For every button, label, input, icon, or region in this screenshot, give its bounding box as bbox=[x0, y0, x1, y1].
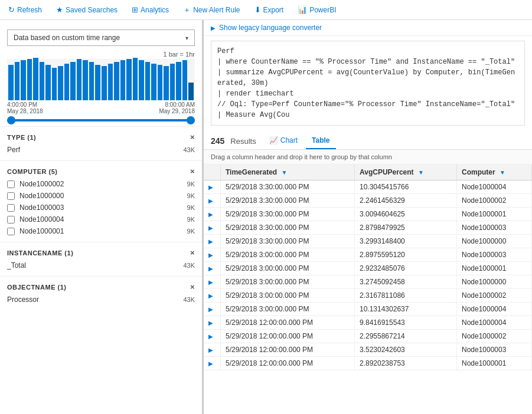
filter-computer-item-count-2: 9K bbox=[187, 204, 195, 211]
row-expander-1[interactable]: ▶ bbox=[204, 194, 221, 208]
refresh-button[interactable]: ↻ Refresh bbox=[6, 4, 44, 15]
expand-arrow-5[interactable]: ▶ bbox=[208, 252, 213, 258]
chart-date-start: 4:00:00 PM May 28, 2018 bbox=[7, 101, 43, 114]
col-avgcpupercent-filter-icon[interactable]: ▼ bbox=[418, 169, 424, 176]
data-table-container[interactable]: TimeGenerated ▼ AvgCPUPercent ▼ Computer… bbox=[204, 165, 532, 414]
filter-computer-checkbox-0[interactable] bbox=[7, 180, 15, 188]
cell-time-4: 5/29/2018 3:30:00.000 PM bbox=[221, 235, 355, 248]
expand-arrow-4[interactable]: ▶ bbox=[208, 238, 213, 245]
tab-chart[interactable]: 📈 Chart bbox=[263, 133, 303, 149]
cell-time-8: 5/29/2018 3:00:00.000 PM bbox=[221, 289, 355, 303]
chart-tab-icon: 📈 bbox=[269, 136, 278, 144]
row-expander-8[interactable]: ▶ bbox=[204, 289, 221, 303]
expand-arrow-9[interactable]: ▶ bbox=[208, 306, 213, 313]
filter-computer-item-count-0: 9K bbox=[187, 180, 195, 188]
filter-objectname-close-icon[interactable]: × bbox=[190, 282, 195, 291]
row-expander-5[interactable]: ▶ bbox=[204, 248, 221, 262]
row-expander-2[interactable]: ▶ bbox=[204, 208, 221, 221]
export-button[interactable]: ⬇ Export bbox=[252, 4, 286, 15]
filter-computer-checkbox-4[interactable] bbox=[7, 228, 15, 235]
table-row[interactable]: ▶ 5/29/2018 3:00:00.000 PM 10.1314302637… bbox=[204, 303, 532, 316]
saved-searches-button[interactable]: ★ Saved Searches bbox=[54, 4, 120, 15]
table-row[interactable]: ▶ 5/29/2018 3:00:00.000 PM 2.9232485076 … bbox=[204, 262, 532, 275]
expand-arrow-3[interactable]: ▶ bbox=[208, 225, 213, 231]
chart-bar-9 bbox=[64, 64, 70, 100]
expand-arrow-10[interactable]: ▶ bbox=[208, 320, 213, 326]
col-computer-filter-icon[interactable]: ▼ bbox=[500, 169, 505, 176]
query-box[interactable]: Perf | where CounterName == "% Processor… bbox=[211, 41, 525, 126]
expand-arrow-1[interactable]: ▶ bbox=[208, 198, 213, 204]
results-count: 245 bbox=[211, 136, 224, 146]
tab-table[interactable]: Table bbox=[306, 133, 335, 149]
chart-bar-8 bbox=[58, 66, 63, 100]
col-timegenerated-filter-icon[interactable]: ▼ bbox=[282, 169, 288, 176]
table-row[interactable]: ▶ 5/29/2018 3:30:00.000 PM 2.8798479925 … bbox=[204, 221, 532, 235]
filter-type-close-icon[interactable]: × bbox=[190, 133, 195, 142]
slider-thumb-right[interactable] bbox=[187, 116, 195, 124]
col-header-timegenerated[interactable]: TimeGenerated ▼ bbox=[221, 165, 355, 180]
expand-arrow-12[interactable]: ▶ bbox=[208, 347, 213, 353]
new-alert-button[interactable]: ＋ New Alert Rule bbox=[181, 4, 242, 17]
saved-searches-label: Saved Searches bbox=[66, 6, 118, 14]
filter-instancename-header: INSTANCENAME (1) × bbox=[0, 246, 202, 259]
filter-computer-checkbox-2[interactable] bbox=[7, 204, 15, 212]
filter-type-item-perf-label-container: Perf bbox=[7, 146, 20, 154]
expand-arrow-8[interactable]: ▶ bbox=[208, 293, 213, 299]
left-panel: Data based on custom time range ▾ 1 bar … bbox=[0, 20, 204, 414]
col-header-avgcpupercent[interactable]: AvgCPUPercent ▼ bbox=[354, 165, 456, 180]
table-row[interactable]: ▶ 5/29/2018 12:00:00.000 PM 3.5230242603… bbox=[204, 343, 532, 357]
table-row[interactable]: ▶ 5/29/2018 3:00:00.000 PM 2.3167811086 … bbox=[204, 289, 532, 303]
row-expander-6[interactable]: ▶ bbox=[204, 262, 221, 275]
table-row[interactable]: ▶ 5/29/2018 12:00:00.000 PM 9.8416915543… bbox=[204, 316, 532, 330]
powerbi-icon: 📊 bbox=[298, 5, 307, 14]
cell-computer-1: Node1000002 bbox=[456, 194, 531, 208]
chart-bar-22 bbox=[145, 62, 151, 100]
table-row[interactable]: ▶ 5/29/2018 3:00:00.000 PM 2.8975595120 … bbox=[204, 248, 532, 262]
cell-time-0: 5/29/2018 3:30:00.000 PM bbox=[221, 180, 355, 194]
cell-computer-2: Node1000001 bbox=[456, 208, 531, 221]
chart-bar-28 bbox=[182, 60, 188, 100]
row-expander-12[interactable]: ▶ bbox=[204, 343, 221, 357]
expand-arrow-0[interactable]: ▶ bbox=[208, 184, 213, 190]
expand-arrow-7[interactable]: ▶ bbox=[208, 279, 213, 285]
cell-avg-13: 2.8920238753 bbox=[354, 357, 456, 370]
analytics-button[interactable]: ⊞ Analytics bbox=[129, 4, 171, 15]
row-expander-11[interactable]: ▶ bbox=[204, 330, 221, 343]
filter-objectname-count: 43K bbox=[183, 296, 195, 303]
cell-avg-12: 3.5230242603 bbox=[354, 343, 456, 357]
powerbi-button[interactable]: 📊 PowerBI bbox=[295, 4, 338, 15]
expand-arrow-13[interactable]: ▶ bbox=[208, 360, 213, 367]
time-range-selector[interactable]: Data based on custom time range ▾ bbox=[7, 29, 195, 46]
filter-type-section: TYPE (1) × Perf 43K bbox=[0, 126, 202, 156]
filter-type-item-perf-count: 43K bbox=[183, 146, 195, 153]
expand-arrow-6[interactable]: ▶ bbox=[208, 265, 213, 272]
filter-instancename-close-icon[interactable]: × bbox=[190, 248, 195, 257]
chart-bar-10 bbox=[70, 62, 76, 100]
expand-arrow-11[interactable]: ▶ bbox=[208, 333, 213, 340]
filter-computer-checkbox-1[interactable] bbox=[7, 192, 15, 200]
legacy-converter-toggle[interactable]: ▶ Show legacy language converter bbox=[204, 20, 532, 36]
cell-avg-8: 2.3167811086 bbox=[354, 289, 456, 303]
table-row[interactable]: ▶ 5/29/2018 3:30:00.000 PM 10.3045415766… bbox=[204, 180, 532, 194]
filter-computer-close-icon[interactable]: × bbox=[190, 167, 195, 176]
table-row[interactable]: ▶ 5/29/2018 12:00:00.000 PM 2.2955867214… bbox=[204, 330, 532, 343]
row-expander-3[interactable]: ▶ bbox=[204, 221, 221, 235]
results-tabs: 245 Results 📈 Chart Table bbox=[204, 130, 532, 150]
col-header-computer[interactable]: Computer ▼ bbox=[456, 165, 531, 180]
filter-objectname-title: OBJECTNAME (1) bbox=[7, 284, 67, 291]
row-expander-0[interactable]: ▶ bbox=[204, 180, 221, 194]
filter-objectname-header: OBJECTNAME (1) × bbox=[0, 280, 202, 294]
table-row[interactable]: ▶ 5/29/2018 3:30:00.000 PM 2.2461456329 … bbox=[204, 194, 532, 208]
row-expander-9[interactable]: ▶ bbox=[204, 303, 221, 316]
table-row[interactable]: ▶ 5/29/2018 3:30:00.000 PM 3.2993148400 … bbox=[204, 235, 532, 248]
row-expander-7[interactable]: ▶ bbox=[204, 275, 221, 289]
table-row[interactable]: ▶ 5/29/2018 3:00:00.000 PM 3.2745092458 … bbox=[204, 275, 532, 289]
slider-thumb-left[interactable] bbox=[7, 116, 15, 124]
row-expander-4[interactable]: ▶ bbox=[204, 235, 221, 248]
row-expander-13[interactable]: ▶ bbox=[204, 357, 221, 370]
row-expander-10[interactable]: ▶ bbox=[204, 316, 221, 330]
table-row[interactable]: ▶ 5/29/2018 3:30:00.000 PM 3.0094604625 … bbox=[204, 208, 532, 221]
filter-computer-checkbox-3[interactable] bbox=[7, 216, 15, 224]
expand-arrow-2[interactable]: ▶ bbox=[208, 211, 213, 218]
table-row[interactable]: ▶ 5/29/2018 12:00:00.000 PM 2.8920238753… bbox=[204, 357, 532, 370]
